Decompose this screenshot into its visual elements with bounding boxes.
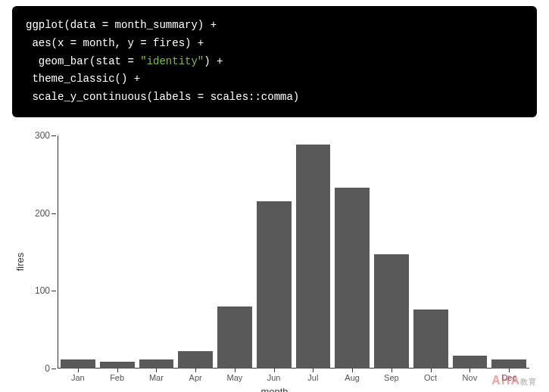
bar	[61, 359, 95, 369]
x-tick-label: Sep	[384, 373, 399, 382]
y-axis-label: fires	[14, 253, 26, 272]
code-line: aes(x = month, y = fires) +	[26, 35, 523, 53]
plot-area: 0100200300 JanFebMarAprMayJunJulAugSepOc…	[58, 135, 529, 369]
x-tick-label: Jan	[71, 373, 85, 382]
bar	[139, 359, 174, 369]
x-tick-mark	[352, 369, 353, 372]
x-tick-label: Jun	[267, 373, 281, 382]
x-tick: Sep	[374, 369, 409, 384]
x-tick-mark	[274, 369, 275, 372]
watermark-main: AHA	[491, 374, 520, 387]
x-tick-mark	[509, 369, 510, 372]
x-tick-label: Apr	[189, 373, 202, 382]
bar	[491, 359, 526, 369]
watermark: AHA教育	[491, 374, 537, 387]
x-tick-label: Feb	[110, 373, 124, 382]
x-tick-mark	[235, 369, 236, 372]
bar	[178, 351, 213, 369]
y-tick-label: 200	[35, 208, 58, 219]
code-line: scale_y_continuous(labels = scales::comm…	[26, 89, 523, 107]
x-tick-mark	[391, 369, 392, 372]
x-tick: Jan	[61, 369, 95, 384]
code-line: ggplot(data = month_summary) +	[26, 17, 523, 35]
bar	[257, 201, 292, 369]
chart: fires month 0100200300 JanFebMarAprMayJu…	[12, 129, 537, 392]
x-tick-label: Nov	[463, 373, 478, 382]
bar	[335, 188, 370, 369]
bar	[296, 145, 331, 369]
x-tick-label: Aug	[345, 373, 360, 382]
x-tick-mark	[117, 369, 118, 372]
code-text: geom_bar(stat =	[26, 55, 140, 67]
x-tick: Nov	[453, 369, 488, 384]
x-tick: Jul	[296, 369, 331, 384]
x-tick-label: May	[226, 373, 242, 382]
code-line: theme_classic() +	[26, 70, 523, 89]
code-string: "identity"	[140, 55, 204, 67]
x-ticks: JanFebMarAprMayJunJulAugSepOctNovDec	[58, 369, 529, 384]
x-tick-label: Jul	[307, 373, 318, 382]
y-tick-label: 300	[35, 130, 58, 141]
code-text: ) +	[204, 55, 223, 67]
bar	[413, 310, 448, 369]
x-tick: Oct	[413, 369, 448, 384]
x-tick: Jun	[257, 369, 292, 384]
watermark-sub: 教育	[520, 378, 537, 386]
y-tick-label: 100	[35, 285, 58, 296]
x-tick: May	[217, 369, 252, 384]
bar	[374, 254, 409, 369]
code-block: ggplot(data = month_summary) + aes(x = m…	[12, 6, 537, 117]
bar	[217, 306, 252, 369]
x-tick-label: Oct	[424, 373, 437, 382]
bar	[100, 362, 135, 369]
bar	[453, 356, 488, 369]
y-tick-label: 0	[45, 363, 58, 374]
bars	[58, 135, 529, 369]
x-tick-mark	[469, 369, 470, 372]
x-tick-label: Mar	[149, 373, 164, 382]
x-tick-mark	[431, 369, 432, 372]
x-tick-mark	[313, 369, 313, 372]
code-line: geom_bar(stat = "identity") +	[26, 53, 523, 71]
x-tick: Apr	[178, 369, 213, 384]
x-axis-label: month	[260, 386, 288, 392]
x-tick-mark	[195, 369, 196, 372]
x-tick: Feb	[100, 369, 135, 384]
x-tick: Mar	[139, 369, 174, 384]
x-tick-mark	[78, 369, 79, 372]
x-tick-mark	[156, 369, 157, 372]
x-tick: Aug	[335, 369, 370, 384]
